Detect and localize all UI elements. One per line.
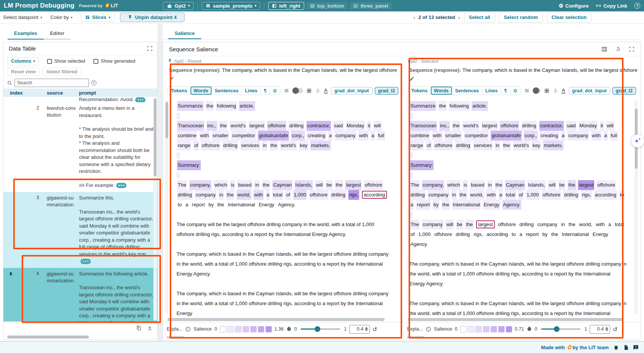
salience-token[interactable]: a [608,220,612,230]
salience-token[interactable]: by [208,200,215,210]
salience-token[interactable]: inc., [207,121,217,131]
salience-token[interactable]: Agency. [502,200,521,210]
grid-view-icon[interactable] [544,88,549,93]
salience-token[interactable]: with [199,131,210,141]
palette-icon[interactable] [185,326,191,332]
salience-token[interactable]: competitor [464,131,489,141]
salience-token[interactable]: company [335,131,356,141]
select-filtered-button[interactable]: Select filtered [43,68,81,76]
density-icon[interactable] [284,88,289,93]
granularity-button-words[interactable]: Words [191,87,212,95]
salience-token[interactable]: the [568,180,576,190]
salience-token[interactable]: drilling [330,190,346,200]
salience-token[interactable]: Energy [592,230,609,239]
salience-token[interactable]: Energy [258,200,275,210]
salience-token[interactable]: drilling [455,141,471,150]
salience-token[interactable]: creating [307,131,326,141]
salience-token[interactable]: smaller [445,131,462,141]
salience-token[interactable]: will [373,121,382,131]
blank-token[interactable] [177,172,180,179]
salience-token[interactable]: a [371,131,375,141]
salience-token[interactable]: largest [345,180,361,190]
configure-button[interactable]: ⚙ Configure [559,3,589,9]
salience-token[interactable]: The [410,220,420,230]
method-chip-grad_dot_input[interactable]: grad_dot_input [569,87,610,95]
gamma-slider[interactable] [301,328,340,330]
salience-token[interactable]: offshore [364,180,383,190]
salience-token[interactable]: combine [410,131,430,141]
salience-token[interactable]: the [216,200,225,210]
salience-token[interactable]: offshore [500,121,519,131]
salience-token[interactable]: International [561,230,590,239]
salience-token[interactable]: drilling [521,121,537,131]
table-row[interactable]: 3gigaword-summarizationSummarize this.Tr… [3,192,157,268]
salience-token[interactable]: International [452,200,481,210]
salience-token[interactable]: markets. [310,141,331,150]
salience-token[interactable]: in [560,220,566,230]
salience-token[interactable]: it [367,121,371,131]
method-chip-grad_l2[interactable]: grad_l2 [612,87,636,95]
blank-token[interactable] [409,291,413,297]
reset-icon[interactable]: ↺ [373,326,377,332]
blank-token[interactable] [409,212,413,218]
clear-selection-button[interactable]: Clear selection [547,12,592,22]
salience-token[interactable]: offshore [434,141,453,150]
salience-token[interactable]: in [451,190,457,200]
font-icon[interactable]: A [324,88,327,93]
salience-token[interactable]: offshore [597,180,616,190]
vertical-align-icon[interactable] [553,88,558,93]
blank-token[interactable] [409,113,413,119]
special-tokens-toggle-button[interactable]: ⊙ [510,87,520,95]
dataset-select[interactable]: sample_prompts ▾ [202,2,260,10]
edit-pencil-icon[interactable] [169,76,174,81]
mini-scrollbar-thumb[interactable] [407,336,425,339]
salience-token[interactable]: in [487,180,492,190]
layout-button-top-bottom[interactable]: top_bottom [306,2,347,9]
salience-token[interactable]: drilling [563,190,579,200]
table-horizontal-scrollbar[interactable] [3,334,157,340]
salience-token[interactable]: Islands, [527,180,546,190]
pilcrow-toggle-button[interactable]: ¶ [501,87,510,95]
scrollbar-thumb[interactable] [408,318,622,321]
salience-token[interactable]: a [266,190,270,200]
download-icon[interactable] [147,325,153,331]
salience-token[interactable]: it [600,121,604,131]
show-selected-checkbox[interactable]: Show selected [47,59,85,64]
salience-token[interactable]: which [214,180,228,190]
color-by-menu[interactable]: Color by ▾ [51,14,73,20]
salience-token[interactable]: largest [249,121,265,131]
salience-token[interactable]: range [410,141,424,150]
salience-token[interactable]: company, [422,180,444,190]
scrollbar-thumb[interactable] [167,318,385,321]
scrollbar-thumb[interactable] [166,102,168,138]
salience-token[interactable]: be [559,180,565,190]
blank-token[interactable] [409,152,413,159]
salience-token[interactable]: world, [578,220,593,230]
salience-token[interactable]: by [432,200,439,210]
blank-token[interactable] [409,251,413,258]
salience-token[interactable]: full [610,131,618,141]
fullscreen-icon[interactable] [629,46,635,52]
method-chip-grad_l2[interactable]: grad_l2 [375,87,398,95]
salience-token[interactable]: offshore [497,220,517,230]
salience-token[interactable]: with [253,190,264,200]
salience-token[interactable]: the [205,101,214,111]
salience-token[interactable]: company [537,220,558,230]
salience-token[interactable]: in [495,141,500,150]
slider-knob[interactable] [554,326,560,332]
granularity-button-sentences[interactable]: Sentences [452,87,483,95]
tab-salience[interactable]: Salience [168,28,201,39]
salience-token[interactable]: rigs, [473,230,484,239]
threshold-input[interactable]: 0.4 [349,325,370,334]
salience-token[interactable]: offshore [201,141,220,150]
ellipsis-chip[interactable] [135,97,145,102]
select-datapoint-menu[interactable]: Select datapoint ▾ [3,14,42,20]
salience-token[interactable]: a [185,200,189,210]
sync-icon[interactable] [615,46,621,52]
salience-token[interactable]: company [195,190,216,200]
salience-token[interactable]: article. [472,101,488,111]
scrollbar-thumb[interactable] [154,98,156,176]
salience-token[interactable]: by [541,230,548,239]
salience-token[interactable]: will [445,220,454,230]
granularity-button-sentences[interactable]: Sentences [212,87,242,95]
